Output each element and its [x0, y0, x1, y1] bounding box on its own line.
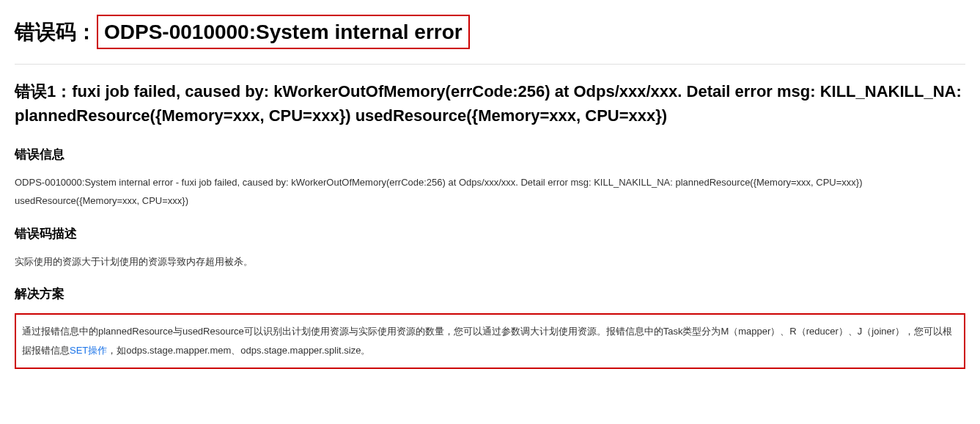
set-operation-link[interactable]: SET操作: [70, 345, 107, 356]
page-title: 错误码：ODPS-0010000:System internal error: [15, 15, 965, 49]
error-subtitle: 错误1：fuxi job failed, caused by: kWorkerO…: [15, 79, 965, 128]
description-text: 实际使用的资源大于计划使用的资源导致内存超用被杀。: [15, 253, 965, 271]
error-code-highlight: ODPS-0010000:System internal error: [97, 15, 470, 49]
error-info-text: ODPS-0010000:System internal error - fux…: [15, 174, 965, 210]
description-heading: 错误码描述: [15, 225, 965, 242]
solution-box: 通过报错信息中的plannedResource与usedResource可以识别…: [15, 313, 965, 369]
solution-text-after: ，如odps.stage.mapper.mem、odps.stage.mappe…: [107, 345, 370, 356]
divider: [15, 64, 965, 65]
error-info-heading: 错误信息: [15, 146, 965, 163]
solution-heading: 解决方案: [15, 285, 965, 302]
error-code-prefix: 错误码：: [15, 21, 97, 43]
